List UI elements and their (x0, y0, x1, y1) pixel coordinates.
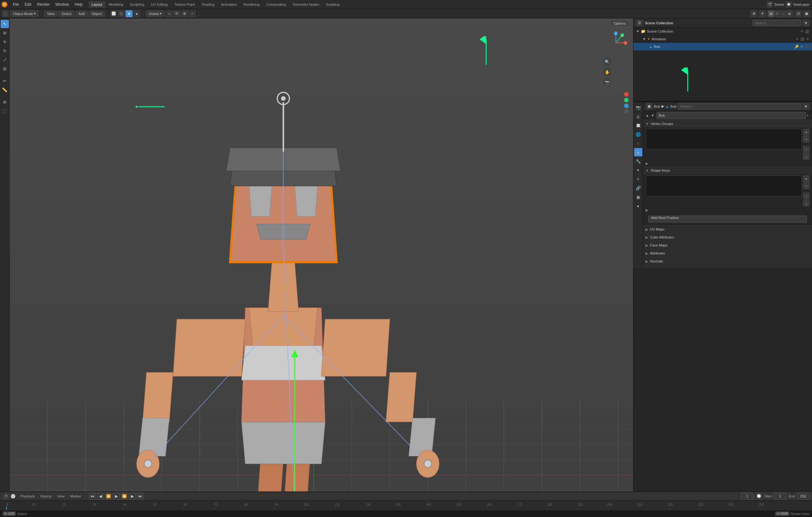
view-layer-selector[interactable]: 🔲 (785, 1, 792, 8)
file-menu-item[interactable]: File (10, 1, 21, 8)
outliner-armature[interactable]: ▼ ✦ Armature 👁 🎥 ▼ (633, 35, 812, 43)
timeline-track[interactable]: 1 10 20 30 40 50 60 70 80 90 100 110 120… (0, 501, 812, 510)
workspace-tab-scripting[interactable]: Scripting (323, 1, 343, 8)
add-tool[interactable]: ⊕ (1, 98, 9, 106)
select-tool[interactable]: ↖ (1, 20, 9, 28)
workspace-tab-shading[interactable]: Shading (198, 1, 218, 8)
transform-tool[interactable]: ⊞ (1, 64, 9, 73)
edit-menu-item[interactable]: Edit (22, 1, 34, 8)
extra-tool[interactable]: ⬚ (1, 107, 9, 115)
measure-tool[interactable]: 📏 (1, 86, 9, 94)
help-menu-item[interactable]: Help (72, 1, 85, 8)
scene-collection-camera[interactable]: 🎥 (805, 29, 809, 33)
armature-eye[interactable]: 👁 (795, 37, 799, 41)
mesh-name-input[interactable] (657, 112, 806, 119)
vertex-groups-list[interactable] (645, 129, 802, 149)
armature-filter[interactable]: ▼ (806, 37, 809, 41)
view-menu[interactable]: View (54, 494, 67, 499)
playback-menu[interactable]: Playback (18, 494, 37, 499)
zoom-in-btn[interactable]: 🔍 (603, 58, 611, 66)
armature-cam[interactable]: 🎥 (800, 37, 805, 41)
annotate-tool[interactable]: ✏ (1, 77, 9, 85)
render-menu-item[interactable]: Render (34, 1, 52, 8)
particles-props-icon[interactable]: ✦ (634, 166, 642, 174)
color-attrs-header[interactable]: ▶ Color Attributes (643, 234, 812, 241)
shading-btn-1[interactable]: ⬜ (110, 10, 117, 17)
shading-btn-2[interactable]: ◻ (118, 10, 125, 17)
solid-shading[interactable]: ◈ (768, 11, 774, 17)
view-menu[interactable]: View (44, 11, 58, 17)
workspace-tab-geometry[interactable]: Geometry Nodes (289, 1, 322, 8)
transform-icon-3[interactable]: ⊕ (181, 10, 188, 17)
rendered-shading[interactable]: ◉ (786, 11, 792, 17)
marker-menu[interactable]: Marker (68, 494, 84, 499)
cursor-tool[interactable]: ⊕ (1, 29, 9, 37)
axis-gizmo[interactable]: X Y Z (603, 30, 629, 56)
vertex-groups-header[interactable]: ▼ Vertex Groups (643, 120, 812, 128)
mesh-options[interactable]: ▼ (806, 113, 809, 117)
vg-move-down-btn[interactable]: ↓ (803, 153, 809, 160)
props-search-input[interactable] (678, 103, 801, 110)
move-tool[interactable]: ✛ (1, 38, 9, 46)
props-filter[interactable]: ▼ (803, 103, 809, 110)
material-props-icon[interactable]: ● (634, 202, 642, 210)
add-menu[interactable]: Add (76, 11, 88, 17)
options-button[interactable]: Options (611, 21, 629, 26)
scene-collection-eye[interactable]: 👁 (800, 29, 804, 33)
texture-space-header[interactable]: ▶ Texture Space (643, 265, 812, 268)
material-shading[interactable]: ○ (780, 11, 786, 17)
workspace-tab-layout[interactable]: Layout (88, 1, 106, 8)
shading-btn-4[interactable]: ● (133, 10, 140, 17)
workspace-tab-sculpting[interactable]: Sculpting (126, 1, 147, 8)
add-rest-position-btn[interactable]: Add Rest Position (648, 216, 807, 222)
vg-move-up-btn[interactable]: ↑ (803, 146, 809, 153)
scene-props-icon[interactable]: 🌐 (634, 130, 642, 138)
workspace-tab-modeling[interactable]: Modeling (106, 1, 126, 8)
transform-icon-2[interactable]: ⟳ (173, 10, 180, 17)
view-layer-props-icon[interactable]: 🔲 (634, 121, 642, 130)
next-frame-btn[interactable]: ⏩ (121, 493, 128, 500)
normals-header[interactable]: ▶ Normals (643, 257, 812, 265)
object-props-icon[interactable]: ▲ (634, 148, 642, 156)
transform-icon-1[interactable]: ↔ (166, 10, 173, 17)
camera-btn[interactable]: 📷 (603, 78, 611, 86)
object-data-props-icon[interactable]: ▣ (634, 193, 642, 201)
prev-frame-btn[interactable]: ⏪ (105, 493, 112, 500)
constraints-props-icon[interactable]: 🔗 (634, 184, 642, 192)
workspace-tab-animation[interactable]: Animation (218, 1, 240, 8)
world-props-icon[interactable]: ○ (634, 139, 642, 147)
cursor-btn[interactable]: ✛ (759, 10, 766, 17)
render-props-icon[interactable]: 📷 (634, 103, 642, 112)
keying-menu[interactable]: Keying (38, 494, 54, 499)
viewport[interactable]: User Perspective (1) Scene Collection | … (9, 19, 633, 491)
timeline-mode-icon[interactable]: ⏱ (3, 493, 9, 500)
outliner-bob[interactable]: ▲ Bob 🔑 👁 🎥 (633, 43, 812, 51)
xray-btn[interactable]: ▣ (803, 10, 810, 17)
physics-props-icon[interactable]: ⚛ (634, 175, 642, 183)
outliner-scene-collection[interactable]: ▼ 📁 Scene Collection 👁 🎥 (633, 27, 812, 35)
play-btn[interactable]: ▶ (113, 493, 120, 500)
next-keyframe-btn[interactable]: ▶ (129, 493, 136, 500)
start-frame-input[interactable] (774, 493, 786, 500)
fps-icon[interactable]: 🕐 (755, 493, 762, 500)
scene-selector[interactable]: 🎬 (766, 1, 773, 8)
workspace-tab-compositing[interactable]: Compositing (263, 1, 289, 8)
sk-add-btn[interactable]: + (803, 175, 809, 182)
timeline-indicator-dot[interactable] (11, 494, 15, 498)
bob-cam[interactable]: 🎥 (805, 45, 809, 49)
output-props-icon[interactable]: 🖨 (634, 112, 642, 120)
workspace-tab-texture[interactable]: Texture Paint (171, 1, 198, 8)
prev-keyframe-btn[interactable]: ◀ (97, 493, 104, 500)
attributes-header[interactable]: ▶ Attributes (643, 249, 812, 257)
object-menu[interactable]: Object (89, 11, 105, 17)
current-frame-input[interactable] (741, 493, 754, 500)
shading-btn-3[interactable]: ◈ (125, 10, 133, 17)
vg-remove-btn[interactable]: − (803, 136, 809, 142)
overlay-btn[interactable]: ⊡ (795, 10, 802, 17)
outliner-icon[interactable]: ☰ (636, 20, 643, 27)
jump-to-end-btn[interactable]: ⏭ (137, 493, 144, 500)
wireframe-shading[interactable]: ⬡ (774, 11, 780, 17)
sk-remove-btn[interactable]: − (803, 183, 809, 189)
modifier-props-icon[interactable]: 🔧 (634, 157, 642, 165)
shape-keys-list[interactable] (645, 175, 802, 196)
